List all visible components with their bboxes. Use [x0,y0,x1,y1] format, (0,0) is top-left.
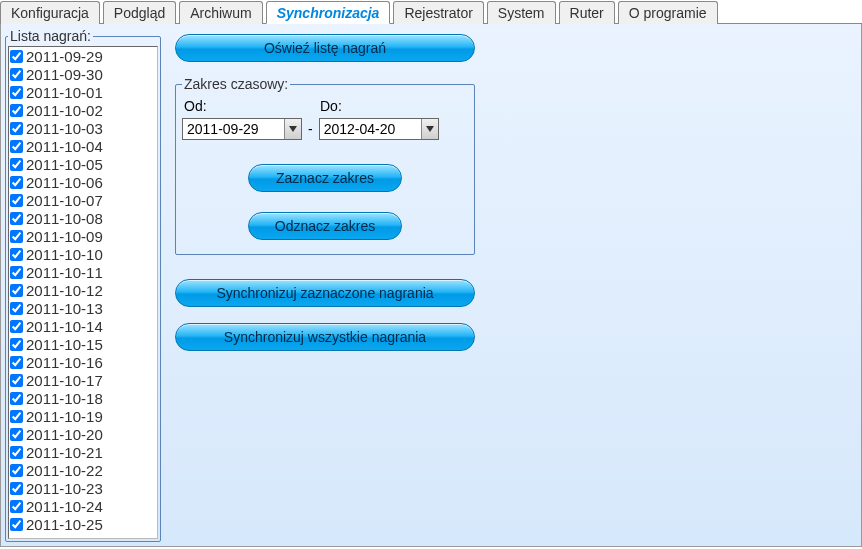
recording-checkbox[interactable] [10,284,23,297]
recording-checkbox[interactable] [10,320,23,333]
chevron-down-icon[interactable] [421,119,438,139]
recording-date: 2011-10-24 [26,498,103,515]
recording-checkbox[interactable] [10,518,23,531]
range-separator: - [302,121,319,137]
recording-checkbox[interactable] [10,68,23,81]
list-item[interactable]: 2011-10-15 [9,335,157,353]
recordings-list-wrap: 2011-09-292011-09-302011-10-012011-10-02… [8,46,158,539]
range-buttons: Zaznacz zakres Odznacz zakres [182,164,468,240]
list-item[interactable]: 2011-10-23 [9,479,157,497]
list-item[interactable]: 2011-10-21 [9,443,157,461]
list-item[interactable]: 2011-10-16 [9,353,157,371]
list-item[interactable]: 2011-10-07 [9,191,157,209]
recording-date: 2011-10-12 [26,282,103,299]
time-range-fieldset: Zakres czasowy: Od: Do: 2011-09-29 - 201… [175,76,475,255]
recordings-list[interactable]: 2011-09-292011-09-302011-10-012011-10-02… [9,47,157,538]
from-date-select[interactable]: 2011-09-29 [182,118,302,140]
recording-checkbox[interactable] [10,176,23,189]
recording-checkbox[interactable] [10,482,23,495]
recording-checkbox[interactable] [10,266,23,279]
list-item[interactable]: 2011-10-02 [9,101,157,119]
recording-date: 2011-10-21 [26,444,103,461]
list-item[interactable]: 2011-10-08 [9,209,157,227]
list-item[interactable]: 2011-10-19 [9,407,157,425]
tab-system[interactable]: System [487,1,556,24]
list-item[interactable]: 2011-10-04 [9,137,157,155]
recording-checkbox[interactable] [10,500,23,513]
list-item[interactable]: 2011-10-11 [9,263,157,281]
recording-date: 2011-10-03 [26,120,103,137]
list-item[interactable]: 2011-09-30 [9,65,157,83]
tab-archiwum[interactable]: Archiwum [179,1,262,24]
list-item[interactable]: 2011-10-14 [9,317,157,335]
recording-date: 2011-10-04 [26,138,103,155]
recording-date: 2011-10-02 [26,102,103,119]
chevron-down-icon[interactable] [284,119,301,139]
list-item[interactable]: 2011-10-06 [9,173,157,191]
recording-checkbox[interactable] [10,356,23,369]
recording-checkbox[interactable] [10,104,23,117]
list-item[interactable]: 2011-10-22 [9,461,157,479]
list-item[interactable]: 2011-09-29 [9,47,157,65]
time-range-title: Zakres czasowy: [182,76,290,92]
tab-konfiguracja[interactable]: Konfiguracja [0,1,100,24]
recording-checkbox[interactable] [10,122,23,135]
recording-date: 2011-10-13 [26,300,103,317]
recording-date: 2011-10-07 [26,192,103,209]
tab-rejestrator[interactable]: Rejestrator [393,1,483,24]
recording-checkbox[interactable] [10,212,23,225]
list-item[interactable]: 2011-10-03 [9,119,157,137]
recording-checkbox[interactable] [10,86,23,99]
list-item[interactable]: 2011-10-01 [9,83,157,101]
tab-podgląd[interactable]: Podgląd [103,1,176,24]
recording-checkbox[interactable] [10,428,23,441]
left-panel: Lista nagrań: 2011-09-292011-09-302011-1… [5,28,161,542]
recording-checkbox[interactable] [10,50,23,63]
sync-all-button[interactable]: Synchronizuj wszystkie nagrania [175,323,475,351]
sync-selected-button[interactable]: Synchronizuj zaznaczone nagrania [175,279,475,307]
list-item[interactable]: 2011-10-24 [9,497,157,515]
to-date-select[interactable]: 2012-04-20 [319,118,439,140]
recording-checkbox[interactable] [10,446,23,459]
list-item[interactable]: 2011-10-25 [9,515,157,533]
recording-checkbox[interactable] [10,302,23,315]
list-item[interactable]: 2011-10-20 [9,425,157,443]
recording-date: 2011-10-18 [26,390,103,407]
deselect-range-button[interactable]: Odznacz zakres [248,212,402,240]
recording-date: 2011-10-06 [26,174,103,191]
recording-checkbox[interactable] [10,158,23,171]
recording-date: 2011-10-15 [26,336,103,353]
list-item[interactable]: 2011-10-09 [9,227,157,245]
recording-checkbox[interactable] [10,140,23,153]
recording-checkbox[interactable] [10,338,23,351]
list-item[interactable]: 2011-10-05 [9,155,157,173]
recording-checkbox[interactable] [10,464,23,477]
tab-bar: KonfiguracjaPodglądArchiwumSynchronizacj… [0,0,862,24]
svg-marker-0 [289,126,297,132]
from-label: Od: [184,98,320,114]
recording-date: 2011-10-22 [26,462,103,479]
recording-checkbox[interactable] [10,248,23,261]
list-item[interactable]: 2011-10-12 [9,281,157,299]
recording-checkbox[interactable] [10,410,23,423]
recording-date: 2011-10-08 [26,210,103,227]
recording-checkbox[interactable] [10,194,23,207]
recording-checkbox[interactable] [10,392,23,405]
recordings-fieldset: Lista nagrań: 2011-09-292011-09-302011-1… [5,28,161,542]
recording-date: 2011-09-29 [26,48,103,65]
recording-checkbox[interactable] [10,374,23,387]
tab-ruter[interactable]: Ruter [559,1,615,24]
tab-synchronizacja[interactable]: Synchronizacja [266,1,391,24]
recording-date: 2011-10-14 [26,318,103,335]
refresh-list-button[interactable]: Oświeź listę nagrań [175,34,475,62]
list-item[interactable]: 2011-10-13 [9,299,157,317]
list-item[interactable]: 2011-10-17 [9,371,157,389]
list-item[interactable]: 2011-10-10 [9,245,157,263]
recording-date: 2011-10-05 [26,156,103,173]
recording-checkbox[interactable] [10,230,23,243]
to-label: Do: [320,98,342,114]
recording-date: 2011-10-19 [26,408,103,425]
list-item[interactable]: 2011-10-18 [9,389,157,407]
select-range-button[interactable]: Zaznacz zakres [248,164,402,192]
tab-o-programie[interactable]: O programie [618,1,718,24]
